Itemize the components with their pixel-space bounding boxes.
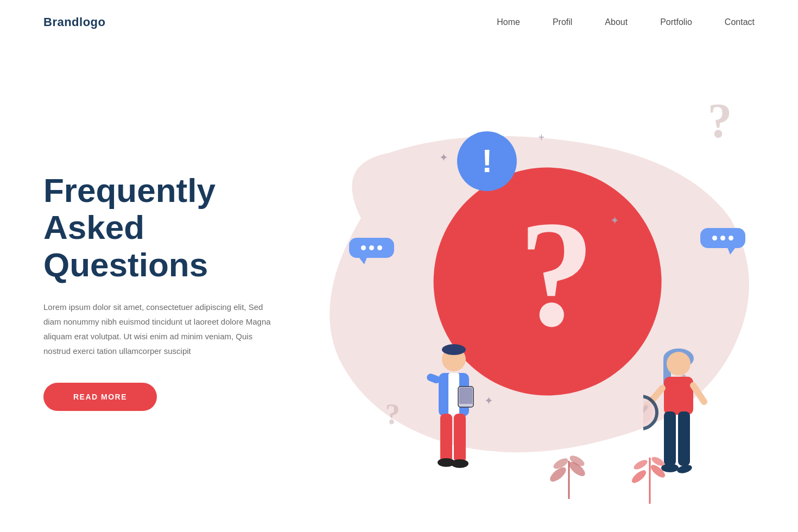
nav-link-home[interactable]: Home xyxy=(497,17,520,27)
nav-links: Home Profil About Portfolio Contact xyxy=(497,17,755,27)
svg-rect-16 xyxy=(678,411,690,466)
nav-item-portfolio[interactable]: Portfolio xyxy=(660,17,692,27)
dot-2 xyxy=(369,245,374,250)
svg-point-1 xyxy=(442,344,466,355)
nav-link-contact[interactable]: Contact xyxy=(725,17,755,27)
hero-left: Frequently Asked Questions Lorem ipsum d… xyxy=(43,161,304,411)
deco-question-bottom-left: ? xyxy=(385,397,400,431)
big-question-mark: ? xyxy=(518,198,594,350)
plant-center xyxy=(547,445,591,499)
dot-1 xyxy=(361,245,366,250)
svg-point-30 xyxy=(631,468,648,485)
plant-right xyxy=(631,444,669,504)
hero-illustration: ? ? ? ! ✦ ✦ ✦ + + xyxy=(304,45,755,528)
nav-item-contact[interactable]: Contact xyxy=(725,17,755,27)
chat-bubble-right xyxy=(700,228,745,248)
nav-link-portfolio[interactable]: Portfolio xyxy=(660,17,692,27)
main-content: Frequently Asked Questions Lorem ipsum d… xyxy=(0,45,798,528)
nav-link-about[interactable]: About xyxy=(605,17,628,27)
dot-4 xyxy=(712,236,717,240)
svg-point-9 xyxy=(451,459,468,468)
dot-6 xyxy=(729,236,733,240)
exclamation-bubble: ! xyxy=(457,131,517,191)
sparkle-1: ✦ xyxy=(439,151,448,164)
nav-item-profil[interactable]: Profil xyxy=(553,17,572,27)
deco-question-top-right: ? xyxy=(708,93,732,149)
person-man xyxy=(421,343,486,484)
nav-item-home[interactable]: Home xyxy=(497,17,520,27)
svg-rect-14 xyxy=(664,377,693,415)
nav-link-profil[interactable]: Profil xyxy=(553,17,572,27)
svg-line-23 xyxy=(693,385,704,402)
nav-item-about[interactable]: About xyxy=(605,17,628,27)
svg-point-13 xyxy=(667,352,691,376)
dot-5 xyxy=(720,236,725,240)
svg-rect-5 xyxy=(459,388,472,404)
svg-rect-7 xyxy=(454,414,466,463)
svg-rect-6 xyxy=(440,414,452,463)
navbar: Brandlogo Home Profil About Portfolio Co… xyxy=(0,0,798,45)
exclamation-mark: ! xyxy=(482,145,492,178)
read-more-button[interactable]: READ MORE xyxy=(43,383,157,411)
brand-logo[interactable]: Brandlogo xyxy=(43,15,106,29)
hero-description: Lorem ipsum dolor sit amet, consectetuer… xyxy=(43,300,277,358)
chat-bubble-left xyxy=(349,238,394,258)
svg-rect-3 xyxy=(448,373,459,416)
svg-point-31 xyxy=(649,463,668,479)
hero-title: Frequently Asked Questions xyxy=(43,172,304,283)
svg-point-32 xyxy=(632,458,649,471)
sparkle-2: ✦ xyxy=(610,214,619,227)
sparkle-4: + xyxy=(539,131,545,144)
dot-3 xyxy=(377,245,382,250)
